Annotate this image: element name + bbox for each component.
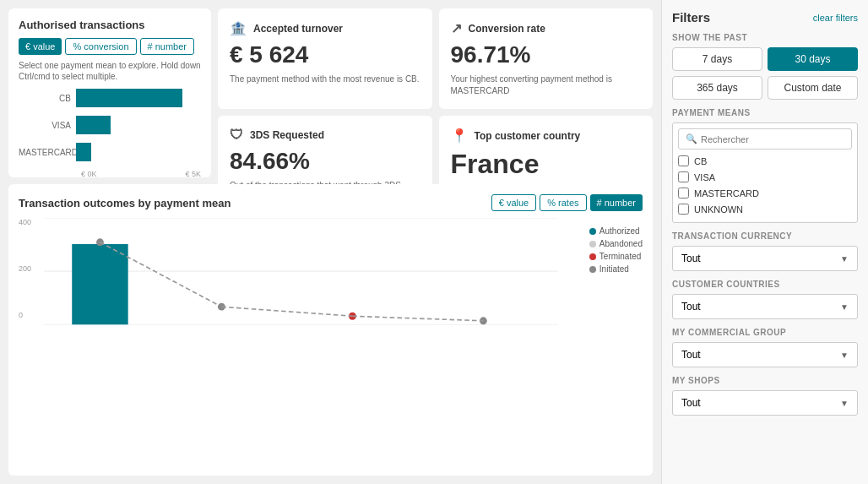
axis-labels: € 0K € 5K — [19, 170, 201, 178]
legend-authorized: Authorized — [589, 226, 643, 236]
bar-bg-cb — [76, 89, 201, 107]
y-label-200: 200 — [19, 264, 31, 273]
chart-row-mastercard: MASTERCARD — [19, 143, 201, 161]
legend-terminated: Terminated — [589, 252, 643, 261]
top-country-header: 📍 Top customer country — [451, 128, 642, 144]
accepted-turnover-header: 🏦 Accepted turnover — [230, 20, 420, 36]
checkbox-visa-label: VISA — [694, 172, 715, 182]
filters-title: Filters — [672, 10, 710, 24]
outcomes-svg: CB VISA MASTER CARD UNKNOWN — [44, 218, 558, 325]
payment-search-box[interactable]: 🔍 — [678, 128, 852, 150]
number-button[interactable]: # number — [140, 38, 194, 55]
my-shops-label: MY SHOPS — [672, 376, 858, 385]
tds-value: 84.66% — [230, 148, 420, 175]
bar-fill-visa — [76, 116, 111, 134]
bar-bg-visa — [76, 116, 201, 134]
checkbox-unknown: UNKNOWN — [678, 201, 852, 217]
legend-dot-abandoned — [589, 241, 596, 247]
bottom-value-button[interactable]: € value — [491, 194, 536, 211]
chart-legend: Authorized Abandoned Terminated Initiate… — [589, 226, 643, 274]
chart-content: CB VISA MASTER CARD UNKNOWN — [44, 218, 558, 302]
legend-dot-terminated — [589, 253, 596, 260]
my-shops-dropdown[interactable]: Tout ▼ — [672, 390, 858, 416]
tds-header: 🛡 3DS Requested — [230, 128, 420, 143]
btn-365days[interactable]: 365 days — [672, 76, 762, 100]
transaction-currency-dropdown[interactable]: Tout ▼ — [672, 246, 858, 271]
btn-custom-date[interactable]: Custom date — [768, 76, 858, 100]
my-shops-value: Tout — [681, 397, 701, 409]
turnover-icon: 🏦 — [230, 20, 247, 36]
payment-means-label: PAYMENT MEANS — [672, 108, 858, 117]
bottom-rates-button[interactable]: % rates — [540, 194, 586, 211]
accepted-turnover-note: The payment method with the most revenue… — [230, 73, 420, 85]
show-past-label: SHOW THE PAST — [672, 33, 858, 42]
bar-cb-authorized — [72, 244, 127, 324]
value-button[interactable]: € value — [19, 38, 62, 55]
conversion-button[interactable]: % conversion — [65, 38, 136, 55]
bar-label-mastercard: MASTERCARD — [19, 148, 76, 157]
payment-means-box: 🔍 CB VISA MASTERCARD UNKNOWN — [672, 122, 858, 223]
legend-initiated: Initiated — [589, 264, 643, 274]
legend-abandoned: Abandoned — [589, 239, 643, 248]
checkbox-visa: VISA — [678, 169, 852, 185]
checkbox-mastercard-input[interactable] — [678, 188, 689, 198]
btn-7days[interactable]: 7 days — [672, 47, 762, 71]
auth-card-title: Authorised transactions — [19, 19, 201, 31]
checkbox-mastercard-label: MASTERCARD — [694, 188, 759, 198]
commercial-group-label: MY COMMERCIAL GROUP — [672, 328, 858, 337]
btn-30days[interactable]: 30 days — [768, 47, 858, 71]
legend-dot-initiated — [589, 266, 596, 273]
auth-toggle-buttons: € value % conversion # number — [19, 38, 201, 55]
y-label-0: 0 — [19, 311, 31, 319]
bar-bg-mastercard — [76, 143, 201, 161]
commercial-group-dropdown[interactable]: Tout ▼ — [672, 342, 858, 367]
bottom-chart-title: Transaction outcomes by payment mean — [19, 197, 231, 209]
conversion-rate-header: ↗ Conversion rate — [451, 20, 642, 36]
bottom-toggle-buttons: € value % rates # number — [491, 194, 643, 211]
bottom-number-button[interactable]: # number — [590, 194, 643, 211]
bar-label-cb: CB — [19, 94, 76, 103]
chart-row-cb: CB — [19, 89, 201, 107]
checkbox-mastercard: MASTERCARD — [678, 185, 852, 201]
top-country-value: France — [451, 149, 642, 180]
checkbox-unknown-input[interactable] — [678, 204, 689, 215]
legend-label-terminated: Terminated — [599, 252, 641, 261]
chart-row-visa: VISA — [19, 116, 201, 134]
axis-min: € 0K — [81, 170, 97, 178]
conversion-rate-note: Your highest converting payment method i… — [451, 73, 642, 97]
bar-label-visa: VISA — [19, 121, 76, 130]
chart-y-labels: 400 200 0 — [19, 218, 31, 319]
customer-countries-dropdown[interactable]: Tout ▼ — [672, 294, 858, 319]
bottom-header: Transaction outcomes by payment mean € v… — [19, 194, 643, 211]
accepted-turnover-value: € 5 624 — [230, 41, 420, 68]
accepted-turnover-title: Accepted turnover — [253, 23, 343, 35]
legend-label-initiated: Initiated — [599, 264, 629, 274]
commercial-group-value: Tout — [681, 349, 701, 361]
customer-countries-arrow: ▼ — [840, 302, 849, 312]
top-country-title: Top customer country — [475, 130, 581, 142]
payment-search-input[interactable] — [701, 134, 844, 144]
filters-panel: Filters clear filters SHOW THE PAST 7 da… — [661, 0, 868, 484]
transaction-currency-arrow: ▼ — [840, 254, 849, 264]
customer-countries-label: CUSTOMER COUNTRIES — [672, 280, 858, 289]
auth-bar-chart: CB VISA MASTERCARD — [19, 89, 201, 182]
conversion-rate-card: ↗ Conversion rate 96.71% Your highest co… — [439, 8, 654, 109]
axis-max: € 5K — [185, 170, 201, 178]
tds-title: 3DS Requested — [250, 129, 324, 141]
legend-dot-authorized — [589, 228, 596, 235]
legend-label-abandoned: Abandoned — [599, 239, 643, 248]
transaction-currency-value: Tout — [681, 253, 701, 264]
bar-fill-cb — [76, 89, 182, 107]
conversion-icon: ↗ — [451, 20, 462, 36]
transaction-currency-label: TRANSACTION CURRENCY — [672, 231, 858, 241]
legend-label-authorized: Authorized — [599, 226, 640, 236]
checkbox-unknown-label: UNKNOWN — [694, 204, 743, 215]
accepted-turnover-card: 🏦 Accepted turnover € 5 624 The payment … — [218, 8, 432, 109]
search-icon: 🔍 — [686, 133, 697, 144]
clear-filters-link[interactable]: clear filters — [813, 13, 858, 23]
checkbox-visa-input[interactable] — [678, 171, 689, 182]
checkbox-cb-input[interactable] — [678, 155, 689, 166]
trend-line-3 — [352, 316, 483, 321]
tds-icon: 🛡 — [230, 128, 243, 143]
my-shops-arrow: ▼ — [840, 399, 849, 408]
